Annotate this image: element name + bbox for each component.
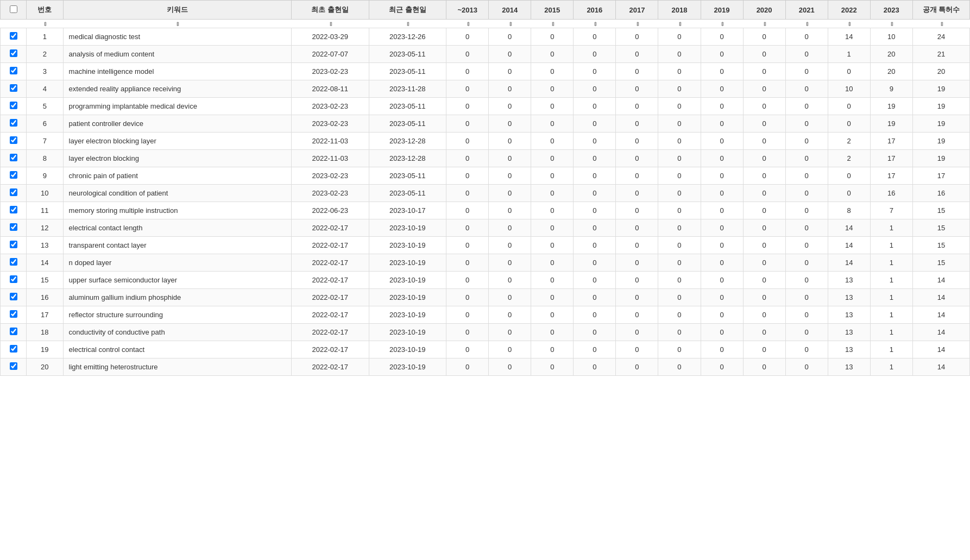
row-checkbox-cell[interactable]: [1, 115, 27, 133]
cell-y2016: 0: [574, 28, 616, 46]
header-no[interactable]: 번호: [27, 1, 64, 20]
header-2022[interactable]: 2022: [828, 1, 870, 20]
header-last-date[interactable]: 최근 출현일: [369, 1, 446, 20]
row-checkbox[interactable]: [10, 293, 17, 300]
header-2019[interactable]: 2019: [701, 1, 743, 20]
row-checkbox[interactable]: [10, 154, 17, 161]
row-checkbox[interactable]: [10, 345, 17, 353]
cell-y2020: 0: [743, 237, 785, 254]
row-checkbox[interactable]: [10, 328, 17, 335]
row-checkbox-cell[interactable]: [1, 202, 27, 219]
header-2016[interactable]: 2016: [574, 1, 616, 20]
sort-public[interactable]: ⇕: [912, 20, 969, 28]
header-2015[interactable]: 2015: [531, 1, 574, 20]
row-checkbox[interactable]: [10, 49, 17, 57]
cell-public: 14: [912, 289, 969, 306]
sort-2017[interactable]: ⇕: [616, 20, 658, 28]
cell-y2023: 1: [870, 272, 912, 289]
sort-no[interactable]: ⇕: [27, 20, 64, 28]
row-checkbox[interactable]: [10, 362, 17, 370]
sort-keyword[interactable]: ⇕: [63, 20, 291, 28]
header-2018-label: 2018: [672, 6, 688, 14]
cell-y2018: 0: [658, 185, 701, 202]
row-checkbox[interactable]: [10, 32, 17, 40]
cell-y2013: 0: [446, 254, 489, 272]
cell-y2015: 0: [531, 167, 574, 185]
header-2023[interactable]: 2023: [870, 1, 912, 20]
row-checkbox-cell[interactable]: [1, 28, 27, 46]
row-checkbox[interactable]: [10, 171, 17, 179]
row-checkbox-cell[interactable]: [1, 306, 27, 324]
header-2022-label: 2022: [841, 6, 857, 14]
sort-2014-icon: ⇕: [508, 21, 513, 27]
row-checkbox[interactable]: [10, 136, 17, 144]
row-checkbox-cell[interactable]: [1, 237, 27, 254]
sort-2021[interactable]: ⇕: [785, 20, 828, 28]
row-checkbox[interactable]: [10, 223, 17, 231]
cell-y2015: 0: [531, 306, 574, 324]
row-checkbox-cell[interactable]: [1, 150, 27, 167]
header-2013[interactable]: ~2013: [446, 1, 489, 20]
row-checkbox[interactable]: [10, 84, 17, 92]
row-checkbox-cell[interactable]: [1, 63, 27, 80]
row-checkbox-cell[interactable]: [1, 167, 27, 185]
row-checkbox[interactable]: [10, 310, 17, 318]
header-2020[interactable]: 2020: [743, 1, 785, 20]
row-checkbox[interactable]: [10, 206, 17, 213]
cell-y2023: 1: [870, 341, 912, 358]
row-checkbox[interactable]: [10, 67, 17, 74]
sort-2023[interactable]: ⇕: [870, 20, 912, 28]
sort-2013[interactable]: ⇕: [446, 20, 489, 28]
header-2018[interactable]: 2018: [658, 1, 701, 20]
select-all-checkbox[interactable]: [10, 5, 17, 13]
row-checkbox-cell[interactable]: [1, 133, 27, 150]
row-checkbox-cell[interactable]: [1, 46, 27, 63]
row-checkbox-cell[interactable]: [1, 272, 27, 289]
header-2017[interactable]: 2017: [616, 1, 658, 20]
header-row-main: 번호 키워드 최초 출현일 최근 출현일 ~2013 2014: [1, 1, 970, 20]
row-checkbox[interactable]: [10, 102, 17, 109]
row-checkbox[interactable]: [10, 241, 17, 248]
row-checkbox[interactable]: [10, 119, 17, 127]
row-checkbox-cell[interactable]: [1, 254, 27, 272]
header-public[interactable]: 공개 특허수: [912, 1, 969, 20]
sort-2014[interactable]: ⇕: [489, 20, 531, 28]
sort-2023-icon: ⇕: [890, 21, 894, 27]
row-checkbox[interactable]: [10, 188, 17, 196]
cell-y2017: 0: [616, 28, 658, 46]
sort-last[interactable]: ⇕: [369, 20, 446, 28]
sort-2015[interactable]: ⇕: [531, 20, 574, 28]
row-checkbox-cell[interactable]: [1, 219, 27, 237]
row-checkbox-cell[interactable]: [1, 341, 27, 358]
sort-2020[interactable]: ⇕: [743, 20, 785, 28]
row-checkbox-cell[interactable]: [1, 358, 27, 376]
sort-2018[interactable]: ⇕: [658, 20, 701, 28]
cell-y2021: 0: [785, 254, 828, 272]
cell-last-date: 2023-10-19: [369, 237, 446, 254]
sort-2016[interactable]: ⇕: [574, 20, 616, 28]
header-keyword[interactable]: 키워드: [63, 1, 291, 20]
row-checkbox[interactable]: [10, 258, 17, 266]
row-checkbox-cell[interactable]: [1, 80, 27, 98]
row-checkbox[interactable]: [10, 275, 17, 283]
row-checkbox-cell[interactable]: [1, 324, 27, 341]
table-row: 14n doped layer2022-02-172023-10-1900000…: [1, 254, 970, 272]
row-checkbox-cell[interactable]: [1, 98, 27, 115]
header-first-date[interactable]: 최초 출현일: [291, 1, 369, 20]
sort-2022[interactable]: ⇕: [828, 20, 870, 28]
row-checkbox-cell[interactable]: [1, 185, 27, 202]
cell-y2023: 1: [870, 254, 912, 272]
header-checkbox-cell[interactable]: [1, 1, 27, 20]
row-checkbox-cell[interactable]: [1, 289, 27, 306]
cell-y2020: 0: [743, 28, 785, 46]
table-body: 1medical diagnostic test2022-03-292023-1…: [1, 28, 970, 376]
sort-first[interactable]: ⇕: [291, 20, 369, 28]
header-2014[interactable]: 2014: [489, 1, 531, 20]
cell-no: 11: [27, 202, 64, 219]
cell-y2013: 0: [446, 115, 489, 133]
sort-2019[interactable]: ⇕: [701, 20, 743, 28]
header-2023-label: 2023: [884, 6, 899, 14]
table-row: 17reflector structure surrounding2022-02…: [1, 306, 970, 324]
cell-y2020: 0: [743, 254, 785, 272]
header-2021[interactable]: 2021: [785, 1, 828, 20]
